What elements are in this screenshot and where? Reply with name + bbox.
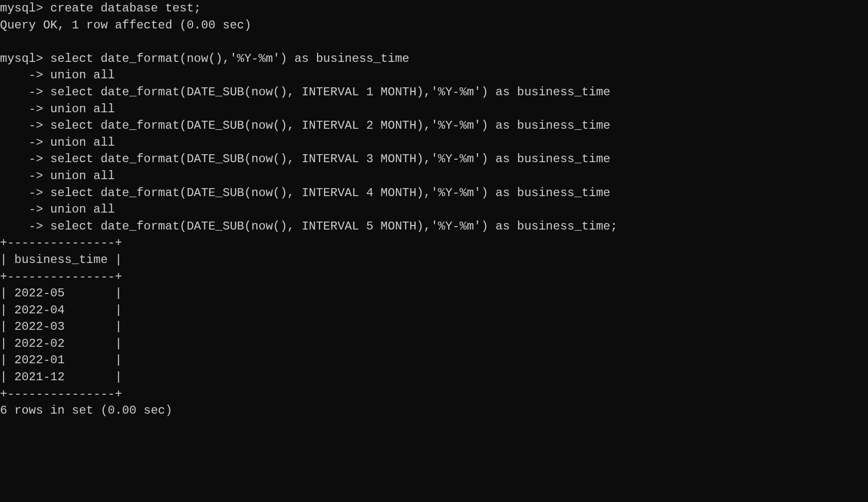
sql-query-line: union all <box>43 169 115 183</box>
result-footer: 6 rows in set (0.00 sec) <box>0 404 173 417</box>
mysql-cont-prompt: -> <box>0 85 43 99</box>
mysql-cont-prompt: -> <box>0 220 43 233</box>
sql-query-line: select date_format(now(),'%Y-%m') as bus… <box>43 52 409 65</box>
sql-command-create: create database test; <box>43 1 201 15</box>
table-header: | business_time | <box>0 253 122 266</box>
sql-query-line: select date_format(DATE_SUB(now(), INTER… <box>43 152 610 166</box>
mysql-cont-prompt: -> <box>0 68 43 82</box>
query-response: Query OK, 1 row affected (0.00 sec) <box>0 18 251 32</box>
mysql-cont-prompt: -> <box>0 119 43 132</box>
table-row: | 2022-01 | <box>0 353 122 367</box>
sql-query-line: select date_format(DATE_SUB(now(), INTER… <box>43 186 610 200</box>
sql-query-line: union all <box>43 68 115 82</box>
mysql-cont-prompt: -> <box>0 136 43 149</box>
table-border: +---------------+ <box>0 236 122 250</box>
table-row: | 2022-04 | <box>0 303 122 317</box>
sql-query-line: select date_format(DATE_SUB(now(), INTER… <box>43 220 617 233</box>
sql-query-line: union all <box>43 102 115 116</box>
table-border: +---------------+ <box>0 270 122 283</box>
mysql-prompt: mysql> <box>0 52 43 65</box>
table-border: +---------------+ <box>0 387 122 401</box>
mysql-prompt: mysql> <box>0 1 43 15</box>
sql-query-line: union all <box>43 136 115 149</box>
table-row: | 2021-12 | <box>0 370 122 384</box>
mysql-terminal[interactable]: mysql> create database test; Query OK, 1… <box>0 0 868 419</box>
sql-query-line: select date_format(DATE_SUB(now(), INTER… <box>43 119 610 132</box>
table-row: | 2022-05 | <box>0 286 122 300</box>
mysql-cont-prompt: -> <box>0 169 43 183</box>
table-row: | 2022-02 | <box>0 337 122 350</box>
mysql-cont-prompt: -> <box>0 203 43 216</box>
sql-query-line: union all <box>43 203 115 216</box>
table-row: | 2022-03 | <box>0 320 122 333</box>
mysql-cont-prompt: -> <box>0 186 43 200</box>
sql-query-line: select date_format(DATE_SUB(now(), INTER… <box>43 85 610 99</box>
mysql-cont-prompt: -> <box>0 152 43 166</box>
mysql-cont-prompt: -> <box>0 102 43 116</box>
